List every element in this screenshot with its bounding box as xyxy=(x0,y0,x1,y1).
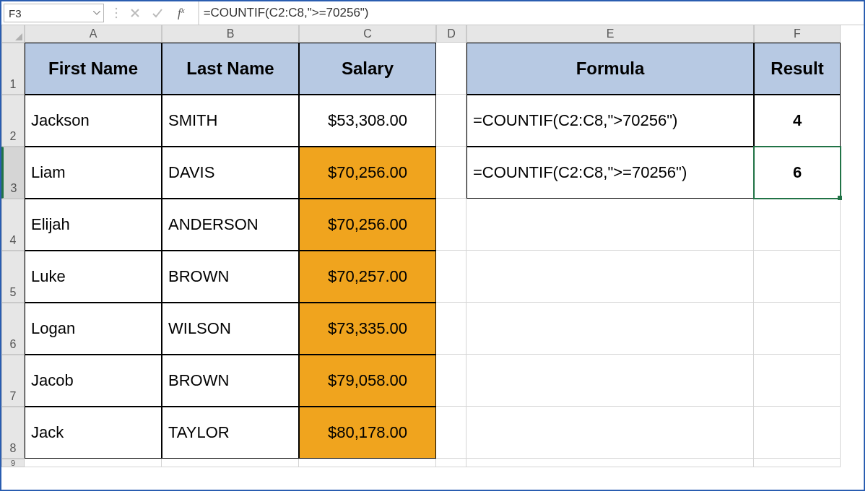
row-header-3[interactable]: 3 xyxy=(1,147,25,199)
cell-D7[interactable] xyxy=(436,355,466,407)
cell-F8[interactable] xyxy=(754,407,841,459)
cell-E4[interactable] xyxy=(466,199,754,251)
col-header-B[interactable]: B xyxy=(162,25,299,43)
cell-E5[interactable] xyxy=(466,251,754,303)
cell-C5[interactable]: $70,257.00 xyxy=(299,251,436,303)
row-header-4[interactable]: 4 xyxy=(1,199,25,251)
cell-F2[interactable]: 4 xyxy=(754,95,841,147)
row-header-6[interactable]: 6 xyxy=(1,303,25,355)
row-header-5[interactable]: 5 xyxy=(1,251,25,303)
row-header-7[interactable]: 7 xyxy=(1,355,25,407)
header-last-name[interactable]: Last Name xyxy=(162,43,299,95)
cell-B6[interactable]: WILSON xyxy=(162,303,299,355)
row-header-8[interactable]: 8 xyxy=(1,407,25,459)
cell-A9[interactable] xyxy=(25,459,162,467)
cell-E6[interactable] xyxy=(466,303,754,355)
formula-input[interactable]: =COUNTIF(C2:C8,">=70256") xyxy=(199,1,864,25)
cell-F9[interactable] xyxy=(754,459,841,467)
cell-A3[interactable]: Liam xyxy=(25,147,162,199)
name-box-value: F3 xyxy=(9,7,22,20)
cell-A4[interactable]: Elijah xyxy=(25,199,162,251)
header-salary[interactable]: Salary xyxy=(299,43,436,95)
col-header-C[interactable]: C xyxy=(299,25,436,43)
header-formula[interactable]: Formula xyxy=(466,43,754,95)
svg-point-1 xyxy=(116,12,117,14)
cell-C4[interactable]: $70,256.00 xyxy=(299,199,436,251)
cell-A2[interactable]: Jackson xyxy=(25,95,162,147)
svg-point-0 xyxy=(116,8,117,9)
cell-A7[interactable]: Jacob xyxy=(25,355,162,407)
cell-B7[interactable]: BROWN xyxy=(162,355,299,407)
cell-E2[interactable]: =COUNTIF(C2:C8,">70256") xyxy=(466,95,754,147)
cell-F7[interactable] xyxy=(754,355,841,407)
cell-D6[interactable] xyxy=(436,303,466,355)
formula-bar: F3 fx =COUNTIF(C2:C8,">=70256") xyxy=(1,1,864,25)
cell-E7[interactable] xyxy=(466,355,754,407)
cell-C9[interactable] xyxy=(299,459,436,467)
cell-B3[interactable]: DAVIS xyxy=(162,147,299,199)
svg-point-2 xyxy=(116,17,117,18)
cell-F6[interactable] xyxy=(754,303,841,355)
cell-B4[interactable]: ANDERSON xyxy=(162,199,299,251)
cell-E3[interactable]: =COUNTIF(C2:C8,">=70256") xyxy=(466,147,754,199)
cell-C7[interactable]: $79,058.00 xyxy=(299,355,436,407)
cell-C3[interactable]: $70,256.00 xyxy=(299,147,436,199)
fx-icon[interactable]: fx xyxy=(175,6,188,20)
header-result[interactable]: Result xyxy=(754,43,841,95)
cell-D3[interactable] xyxy=(436,147,466,199)
formula-bar-buttons: fx xyxy=(104,1,199,25)
vertical-dots-icon xyxy=(114,6,118,20)
cell-B8[interactable]: TAYLOR xyxy=(162,407,299,459)
enter-icon[interactable] xyxy=(152,8,163,18)
cell-A8[interactable]: Jack xyxy=(25,407,162,459)
col-header-F[interactable]: F xyxy=(754,25,841,43)
formula-input-value: =COUNTIF(C2:C8,">=70256") xyxy=(204,6,369,20)
select-all-corner[interactable] xyxy=(1,25,25,43)
cell-B2[interactable]: SMITH xyxy=(162,95,299,147)
header-first-name[interactable]: First Name xyxy=(25,43,162,95)
cell-F4[interactable] xyxy=(754,199,841,251)
cell-A5[interactable]: Luke xyxy=(25,251,162,303)
cancel-icon[interactable] xyxy=(130,8,140,18)
cell-D8[interactable] xyxy=(436,407,466,459)
cell-D5[interactable] xyxy=(436,251,466,303)
cell-B5[interactable]: BROWN xyxy=(162,251,299,303)
cell-F3-selected[interactable]: 6 xyxy=(754,147,841,199)
cell-D9[interactable] xyxy=(436,459,466,467)
cell-E9[interactable] xyxy=(466,459,754,467)
col-header-D[interactable]: D xyxy=(436,25,466,43)
spreadsheet-grid[interactable]: A B C D E F 1 First Name Last Name Salar… xyxy=(1,25,864,467)
row-header-1[interactable]: 1 xyxy=(1,43,25,95)
col-header-E[interactable]: E xyxy=(466,25,754,43)
chevron-down-icon[interactable] xyxy=(93,11,100,15)
cell-D2[interactable] xyxy=(436,95,466,147)
cell-B9[interactable] xyxy=(162,459,299,467)
cell-E8[interactable] xyxy=(466,407,754,459)
cell-C2[interactable]: $53,308.00 xyxy=(299,95,436,147)
cell-C8[interactable]: $80,178.00 xyxy=(299,407,436,459)
cell-D4[interactable] xyxy=(436,199,466,251)
row-header-9[interactable]: 9 xyxy=(1,459,25,467)
cell-A6[interactable]: Logan xyxy=(25,303,162,355)
col-header-A[interactable]: A xyxy=(25,25,162,43)
row-header-2[interactable]: 2 xyxy=(1,95,25,147)
cell-F5[interactable] xyxy=(754,251,841,303)
cell-D1[interactable] xyxy=(436,43,466,95)
name-box[interactable]: F3 xyxy=(4,4,104,22)
cell-C6[interactable]: $73,335.00 xyxy=(299,303,436,355)
